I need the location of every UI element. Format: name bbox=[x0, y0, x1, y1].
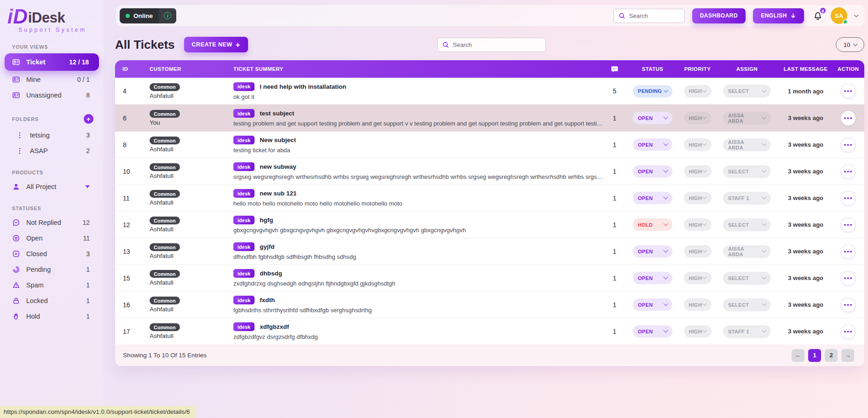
table-row[interactable]: 6 Common You idesk test subject testing … bbox=[115, 104, 864, 131]
language-button[interactable]: ENGLISH bbox=[753, 8, 804, 23]
sidebar-status-hold[interactable]: Hold 1 bbox=[0, 309, 104, 324]
assign-value: AISSA ABDA bbox=[728, 113, 760, 124]
row-actions-button[interactable]: ●●● bbox=[841, 244, 856, 259]
table-row[interactable]: 15 Common Ashfatull idesk dhbsdg zxdfghd… bbox=[115, 264, 864, 291]
assign-select[interactable]: AISSA ABDA bbox=[723, 112, 771, 125]
sidebar-status-spam[interactable]: Spam 1 bbox=[0, 277, 104, 293]
customer-name: Ashfatull bbox=[150, 279, 174, 286]
products-heading: PRODUCTS bbox=[0, 170, 104, 175]
chevron-down-icon bbox=[664, 222, 668, 226]
row-actions-button[interactable]: ●●● bbox=[841, 298, 856, 312]
table-row[interactable]: 17 Common Ashfatull idesk xdfgbzxdf zdfg… bbox=[115, 318, 864, 344]
next-page-button[interactable]: → bbox=[841, 349, 854, 362]
row-actions-button[interactable]: ●●● bbox=[841, 84, 856, 98]
status-pill[interactable]: HOLD bbox=[633, 218, 672, 231]
status-pill[interactable]: OPEN bbox=[633, 325, 672, 338]
app-logo[interactable]: iD iDesk Support System bbox=[0, 0, 104, 33]
assign-select[interactable]: SELECT bbox=[723, 272, 771, 285]
prev-page-button[interactable]: ← bbox=[792, 349, 804, 362]
sidebar-status-open[interactable]: Open 11 bbox=[0, 230, 104, 246]
drag-handle-icon[interactable]: ⋮ bbox=[16, 131, 24, 139]
page-button-2[interactable]: 2 bbox=[825, 349, 838, 362]
status-pill[interactable]: OPEN bbox=[633, 298, 672, 311]
page-button-1[interactable]: 1 bbox=[808, 349, 821, 362]
priority-pill[interactable]: HIGH bbox=[684, 165, 712, 178]
sidebar-status-not-replied[interactable]: Not Replied 12 bbox=[0, 215, 104, 230]
header-customer: CUSTOMER bbox=[140, 66, 226, 72]
status-pill[interactable]: OPEN bbox=[633, 192, 672, 204]
assign-select[interactable]: AISSA ABDA bbox=[723, 245, 771, 258]
assign-select[interactable]: SELECT bbox=[723, 298, 771, 311]
table-row[interactable]: 12 Common Ashfatull idesk hgfg gbxgcngvg… bbox=[115, 211, 864, 238]
priority-pill[interactable]: HIGH bbox=[684, 112, 712, 124]
notifications-button[interactable]: 8 bbox=[812, 10, 823, 21]
last-message-time: 3 weeks ago bbox=[779, 115, 832, 121]
assign-select[interactable]: SELECT bbox=[723, 218, 771, 231]
sidebar-item-mine[interactable]: Mine 0 / 1 bbox=[0, 72, 104, 87]
priority-pill[interactable]: HIGH bbox=[684, 245, 712, 258]
sidebar-folder-tetsing[interactable]: ⋮ tetsing 3 bbox=[0, 127, 104, 143]
priority-pill[interactable]: HIGH bbox=[684, 325, 712, 338]
status-pill[interactable]: OPEN bbox=[633, 138, 672, 151]
status-pill[interactable]: OPEN bbox=[633, 112, 672, 124]
assign-select[interactable]: AISSA ABDA bbox=[723, 138, 771, 151]
assign-value: SELECT bbox=[728, 169, 749, 174]
customer-type-badge: Common bbox=[150, 323, 180, 331]
priority-pill[interactable]: HIGH bbox=[684, 218, 712, 231]
table-row[interactable]: 4 Common Ashfatull idesk I need help wit… bbox=[115, 78, 864, 104]
table-row[interactable]: 16 Common Ashfatull idesk fxdth fgbhsdrt… bbox=[115, 291, 864, 318]
priority-pill[interactable]: HIGH bbox=[684, 272, 712, 284]
create-new-button[interactable]: CREATE NEW + bbox=[184, 37, 249, 52]
drag-handle-icon[interactable]: ⋮ bbox=[16, 147, 24, 155]
ticket-subject: test subject bbox=[260, 110, 294, 117]
assign-select[interactable]: STAFF 1 bbox=[723, 325, 771, 338]
page-size-select[interactable]: 10 bbox=[836, 37, 864, 52]
priority-pill[interactable]: HIGH bbox=[684, 192, 712, 204]
notification-badge: 8 bbox=[819, 7, 827, 14]
table-row[interactable]: 13 Common Ashfatull idesk gyjfd dfhndfbh… bbox=[115, 238, 864, 264]
table-row[interactable]: 10 Common Ashfatull idesk new subway srg… bbox=[115, 158, 864, 184]
row-actions-button[interactable]: ●●● bbox=[841, 164, 856, 179]
priority-pill[interactable]: HIGH bbox=[684, 85, 712, 97]
row-actions-button[interactable]: ●●● bbox=[841, 111, 856, 126]
priority-pill[interactable]: HIGH bbox=[684, 138, 712, 151]
add-folder-button[interactable]: + bbox=[84, 114, 93, 124]
status-label: Open bbox=[26, 235, 42, 242]
sidebar-status-closed[interactable]: Closed 3 bbox=[0, 246, 104, 262]
sidebar-status-pending[interactable]: Pending 1 bbox=[0, 262, 104, 277]
online-status-badge[interactable]: Online i bbox=[120, 8, 176, 23]
table-row[interactable]: 8 Common Ashfatull idesk New subject tes… bbox=[115, 131, 864, 158]
status-pill[interactable]: OPEN bbox=[633, 165, 672, 178]
ticket-preview: ok got it bbox=[233, 93, 604, 100]
status-count: 1 bbox=[86, 297, 90, 304]
sidebar-status-locked[interactable]: Locked 1 bbox=[0, 293, 104, 309]
priority-pill[interactable]: HIGH bbox=[684, 298, 712, 311]
sidebar-item-unassigned[interactable]: Unassigned 8 bbox=[0, 87, 104, 103]
dashboard-button[interactable]: DASHBOARD bbox=[692, 8, 746, 23]
row-actions-button[interactable]: ●●● bbox=[841, 218, 856, 232]
status-pill[interactable]: PENDING bbox=[633, 85, 672, 97]
customer-type-badge: Common bbox=[150, 163, 180, 171]
chevron-down-icon[interactable] bbox=[854, 12, 859, 17]
table-row[interactable]: 11 Common Ashfatull idesk new sub 121 he… bbox=[115, 184, 864, 211]
row-actions-button[interactable]: ●●● bbox=[841, 191, 856, 206]
row-actions-button[interactable]: ●●● bbox=[841, 137, 856, 152]
assign-select[interactable]: SELECT bbox=[723, 165, 771, 178]
status-pill[interactable]: OPEN bbox=[633, 245, 672, 258]
avatar[interactable]: SA bbox=[831, 7, 847, 24]
assign-select[interactable]: STAFF 1 bbox=[723, 192, 771, 205]
status-value: PENDING bbox=[638, 88, 662, 94]
ticket-id: 11 bbox=[115, 195, 140, 202]
status-pill[interactable]: OPEN bbox=[633, 272, 672, 284]
sidebar-item-ticket[interactable]: Ticket 12 / 18 bbox=[5, 53, 99, 71]
table-footer: Showing 1 To 10 Of 15 Entries ← 1 2 → bbox=[115, 344, 864, 366]
online-info-button[interactable]: i bbox=[159, 8, 176, 23]
sidebar-folder-asap[interactable]: ⋮ ASAP 2 bbox=[0, 143, 104, 159]
ticket-search-input[interactable] bbox=[453, 41, 536, 48]
chevron-down-icon bbox=[703, 222, 707, 226]
search-input[interactable] bbox=[629, 12, 680, 19]
row-actions-button[interactable]: ●●● bbox=[841, 271, 856, 286]
assign-select[interactable]: SELECT bbox=[723, 85, 771, 97]
row-actions-button[interactable]: ●●● bbox=[841, 324, 856, 339]
sidebar-item-all-project[interactable]: All Project bbox=[0, 179, 104, 195]
